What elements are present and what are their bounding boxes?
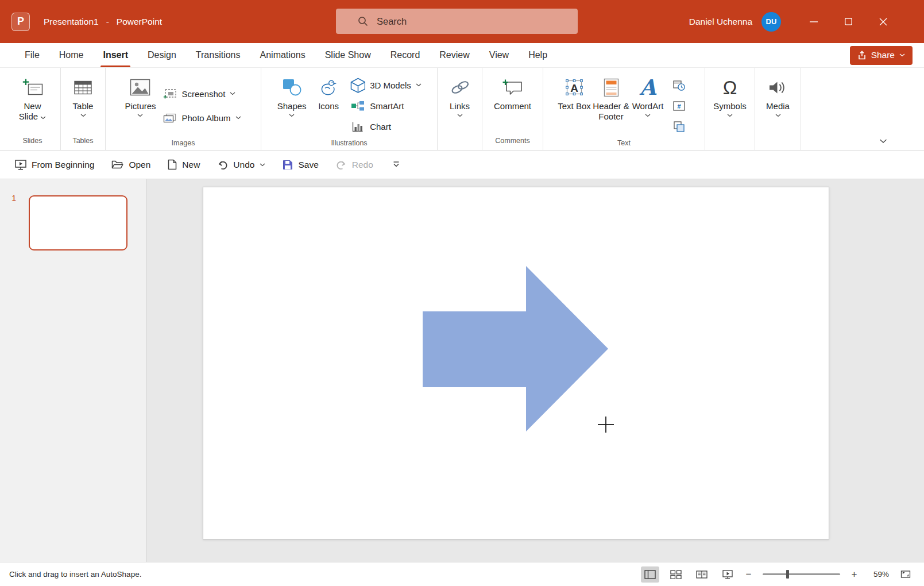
slide-canvas[interactable] (203, 187, 829, 539)
header-footer-icon (604, 78, 619, 97)
chart-button[interactable]: Chart (350, 119, 422, 134)
ribbon-group-slides: New Slide Slides (5, 68, 61, 150)
chevron-down-icon[interactable] (727, 114, 733, 117)
share-button[interactable]: Share (850, 46, 913, 65)
links-label: Links (450, 101, 470, 111)
header-footer-label: Header & Footer (593, 101, 629, 121)
from-beginning-button[interactable]: From Beginning (15, 160, 94, 170)
tab-home[interactable]: Home (49, 43, 94, 67)
chevron-down-icon (899, 53, 905, 57)
screenshot-button[interactable]: Screenshot (162, 86, 241, 101)
chevron-down-icon[interactable] (775, 114, 781, 117)
chevron-down-icon[interactable] (235, 116, 241, 119)
fit-slide-button[interactable] (896, 566, 915, 583)
ribbon-group-images: Pictures Screenshot (106, 68, 261, 150)
group-label-slides: Slides (6, 137, 59, 150)
customize-toolbar-button[interactable] (393, 161, 400, 168)
redo-label: Redo (352, 160, 373, 170)
chevron-down-icon[interactable] (40, 116, 46, 119)
object-button[interactable] (671, 119, 687, 134)
chevron-down-icon[interactable] (457, 114, 463, 117)
tab-view[interactable]: View (480, 43, 519, 67)
save-button[interactable]: Save (283, 160, 318, 170)
tab-transitions[interactable]: Transitions (186, 43, 250, 67)
media-button[interactable]: Media (760, 72, 797, 117)
chevron-down-icon[interactable] (289, 114, 295, 117)
tab-file[interactable]: File (15, 43, 49, 67)
slideshow-view-button[interactable] (718, 566, 737, 583)
zoom-in-button[interactable]: + (850, 569, 859, 580)
tab-slide-show[interactable]: Slide Show (315, 43, 381, 67)
tab-animations[interactable]: Animations (250, 43, 315, 67)
zoom-percentage: 59% (866, 570, 889, 579)
new-slide-label: New Slide (19, 101, 41, 121)
date-time-button[interactable] (671, 78, 687, 93)
minimize-icon (810, 18, 818, 26)
icons-label: Icons (318, 101, 339, 111)
reading-view-icon (696, 570, 708, 579)
chevron-down-icon[interactable] (260, 163, 265, 167)
zoom-out-button[interactable]: − (744, 569, 753, 580)
tab-design[interactable]: Design (138, 43, 186, 67)
slide-number: 1 (11, 193, 16, 203)
close-button[interactable] (879, 18, 887, 26)
symbols-omega-icon: Ω (723, 78, 737, 97)
chevron-down-icon[interactable] (645, 114, 651, 117)
powerpoint-logo-icon: P (11, 13, 30, 31)
chevron-down-icon[interactable] (137, 114, 143, 117)
tab-review[interactable]: Review (430, 43, 479, 67)
undo-icon (217, 160, 228, 170)
workspace: 1 (0, 179, 924, 562)
normal-view-button[interactable] (641, 566, 659, 583)
collapse-ribbon-button[interactable] (879, 137, 887, 145)
user-avatar[interactable]: DU (761, 12, 781, 32)
search-input[interactable]: Search (336, 9, 578, 34)
photo-album-icon (163, 113, 176, 123)
chevron-down-icon[interactable] (80, 114, 86, 117)
media-label: Media (766, 101, 790, 111)
pictures-button[interactable]: Pictures (122, 72, 158, 117)
ribbon-group-symbols: Ω Symbols (705, 68, 755, 150)
chevron-down-icon (879, 139, 887, 144)
zoom-slider[interactable] (763, 573, 840, 575)
open-button[interactable]: Open (111, 160, 150, 170)
object-icon (674, 121, 685, 132)
3d-models-button[interactable]: 3D Models (350, 78, 422, 92)
undo-button[interactable]: Undo (217, 160, 265, 170)
maximize-button[interactable] (845, 18, 852, 25)
slide-number-button[interactable]: # (671, 98, 687, 114)
wordart-button[interactable]: A WordArt (629, 72, 666, 117)
slide-sorter-view-button[interactable] (667, 566, 685, 583)
reading-view-button[interactable] (693, 566, 711, 583)
shapes-label: Shapes (277, 101, 307, 111)
smartart-button[interactable]: SmartArt (350, 98, 422, 113)
links-button[interactable]: Links (442, 72, 478, 117)
icons-button[interactable]: Icons (310, 72, 347, 111)
right-arrow-shape[interactable] (423, 266, 608, 431)
slide-thumbnail[interactable] (29, 195, 127, 250)
header-footer-button[interactable]: Header & Footer (593, 72, 629, 121)
new-button[interactable]: New (168, 159, 200, 170)
new-slide-button[interactable]: New Slide (14, 72, 51, 121)
tab-record[interactable]: Record (381, 43, 430, 67)
photo-album-button[interactable]: Photo Album (162, 110, 241, 125)
titlebar: P Presentation1 - PowerPoint Search Dani… (0, 0, 924, 43)
chevron-down-icon[interactable] (416, 83, 422, 87)
from-beginning-icon (15, 160, 26, 170)
symbols-button[interactable]: Ω Symbols (712, 72, 748, 117)
tab-insert[interactable]: Insert (93, 43, 138, 67)
tab-help[interactable]: Help (519, 43, 557, 67)
comment-button[interactable]: Comment (494, 72, 531, 111)
new-label: New (182, 160, 200, 170)
customize-toolbar-icon (393, 161, 400, 168)
fit-slide-icon (900, 569, 911, 579)
text-box-button[interactable]: A Text Box (556, 72, 593, 111)
pictures-icon (130, 79, 150, 96)
table-button[interactable]: Table (65, 72, 102, 117)
chevron-down-icon[interactable] (230, 92, 235, 95)
ribbon-tab-bar: File Home Insert Design Transitions Anim… (0, 43, 924, 67)
minimize-button[interactable] (810, 18, 818, 26)
zoom-slider-handle[interactable] (786, 570, 789, 579)
shapes-button[interactable]: Shapes (273, 72, 310, 117)
share-icon (857, 51, 867, 60)
